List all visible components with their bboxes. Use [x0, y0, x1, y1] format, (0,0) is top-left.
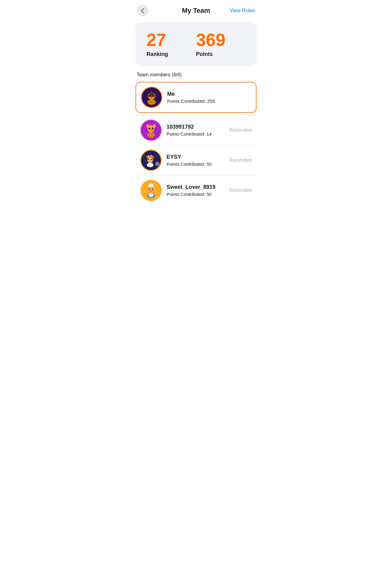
member-name-eysy: EYSY	[167, 154, 229, 160]
members-list: Me Points Contributed: 255	[131, 82, 261, 205]
svg-rect-40	[149, 187, 153, 188]
svg-point-6	[153, 95, 154, 97]
svg-point-5	[149, 95, 151, 97]
avatar-eysy	[140, 150, 162, 171]
svg-point-14	[152, 128, 153, 129]
svg-point-22	[145, 164, 146, 165]
page-title: My Team	[182, 7, 210, 15]
reminded-badge-103991792: Reminded	[229, 127, 252, 133]
svg-point-31	[151, 159, 153, 160]
svg-point-24	[147, 163, 153, 167]
member-name-103991792: 103991792	[167, 124, 229, 130]
svg-point-30	[148, 159, 150, 160]
svg-rect-4	[147, 96, 156, 97]
member-card-me[interactable]: Me Points Contributed: 255	[136, 82, 256, 113]
svg-point-12	[153, 124, 156, 128]
ranking-value: 27	[146, 31, 166, 49]
member-card-eysy[interactable]: EYSY Points Contributed: 50 Reminded	[136, 145, 256, 175]
points-value: 369	[196, 31, 225, 49]
member-points-103991792: Points Contributed: 14	[167, 131, 229, 137]
points-label: Points	[196, 51, 213, 57]
avatar-103991792	[140, 120, 162, 141]
svg-point-33	[152, 159, 152, 159]
svg-point-46	[153, 189, 153, 189]
svg-point-7	[150, 97, 153, 98]
header: My Team View Rules	[131, 0, 261, 20]
member-name-me: Me	[167, 91, 251, 97]
ranking-label: Ranking	[146, 51, 168, 57]
svg-point-29	[147, 157, 153, 163]
reminded-badge-eysy: Reminded	[229, 158, 252, 163]
points-stat: 369 Points	[196, 31, 246, 57]
reminded-badge-sweet-lover-8919: Reminded	[229, 188, 252, 193]
member-points-me: Points Contributed: 255	[167, 99, 251, 104]
svg-point-47	[147, 190, 149, 191]
member-name-sweet-lover-8919: Sweet_Lover_8919	[167, 184, 229, 190]
svg-point-23	[155, 162, 160, 166]
member-card-103991792[interactable]: 103991792 Points Contributed: 14 Reminde…	[136, 115, 256, 145]
member-card-sweet-lover-8919[interactable]: Sweet_Lover_8919 Points Contributed: 50 …	[136, 175, 256, 205]
svg-point-15	[150, 129, 152, 130]
member-points-sweet-lover-8919: Points Contributed: 50	[167, 192, 229, 197]
stats-card: 27 Ranking 369 Points	[136, 23, 256, 66]
svg-point-44	[152, 189, 153, 190]
member-info-eysy: EYSY Points Contributed: 50	[167, 154, 229, 167]
avatar-sweet-lover-8919	[140, 180, 162, 201]
svg-point-45	[150, 189, 150, 189]
svg-point-43	[149, 189, 150, 190]
svg-point-26	[148, 155, 149, 157]
member-info-me: Me Points Contributed: 255	[167, 91, 251, 104]
svg-point-36	[149, 193, 153, 197]
svg-point-28	[152, 156, 153, 158]
svg-point-9	[147, 132, 155, 137]
member-info-103991792: 103991792 Points Contributed: 14	[167, 124, 229, 137]
svg-point-20	[144, 154, 145, 155]
member-points-eysy: Points Contributed: 50	[167, 161, 229, 167]
svg-point-18	[150, 134, 152, 135]
team-members-header: Team members (4/4)	[131, 72, 261, 82]
member-info-sweet-lover-8919: Sweet_Lover_8919 Points Contributed: 50	[167, 184, 229, 197]
svg-point-13	[149, 128, 150, 129]
view-rules-link[interactable]: View Rules	[229, 8, 255, 14]
svg-point-21	[156, 156, 157, 156]
svg-point-48	[153, 190, 155, 191]
ranking-stat: 27 Ranking	[146, 31, 196, 57]
svg-point-11	[146, 124, 149, 128]
svg-point-39	[149, 183, 153, 187]
svg-point-1	[147, 99, 156, 105]
svg-point-49	[150, 190, 152, 191]
svg-point-32	[149, 159, 150, 159]
avatar-me	[141, 87, 162, 108]
back-button[interactable]	[137, 5, 148, 16]
svg-point-27	[150, 155, 152, 157]
